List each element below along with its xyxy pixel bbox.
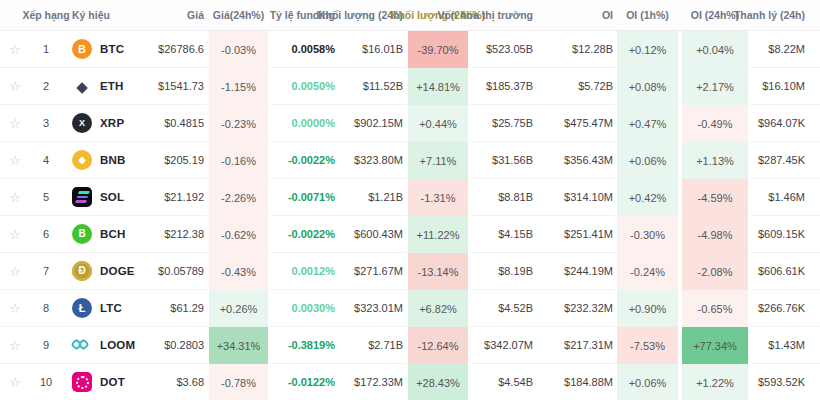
cell-volchg24h: +7.11% (406, 142, 470, 179)
cell-liq: $8.22M (750, 31, 820, 68)
cell-oi24h: +77.34% (680, 327, 750, 364)
mcap-value: $4.54B (498, 376, 533, 388)
cell-rank: 1 (30, 31, 62, 68)
vol24h-value: $16.01B (362, 43, 403, 55)
favorite-star-icon[interactable]: ☆ (9, 265, 21, 278)
liq-value: $16.10M (762, 80, 805, 92)
volchg24h-change-badge: -12.64% (408, 327, 468, 364)
cell-price: $212.38 (130, 216, 207, 253)
oi24h-change-badge: -4.59% (682, 179, 748, 216)
col-header-symbol[interactable]: Ký hiệu (62, 0, 130, 30)
cell-mcap: $25.75B (470, 105, 540, 142)
price-value: $0.05789 (158, 265, 204, 277)
col-header-mcap[interactable]: Vốn hóa thị trường (470, 0, 540, 30)
coin-symbol[interactable]: ETH (100, 80, 124, 92)
oi1h-change-badge: +0.06% (617, 142, 678, 179)
coin-symbol[interactable]: BTC (100, 43, 124, 55)
favorite-star-icon[interactable]: ☆ (9, 117, 21, 130)
cell-chg24h: -0.03% (207, 31, 270, 68)
cell-vol24h: $323.80M (342, 142, 406, 179)
table-row[interactable]: ☆2◆ETH$1541.73-1.15%0.0050%$11.52B+14.81… (0, 68, 820, 105)
cell-oi24h: -2.08% (680, 253, 750, 290)
coin-symbol[interactable]: XRP (100, 117, 124, 129)
btc-coin-icon: B (72, 39, 92, 59)
coin-symbol[interactable]: DOT (100, 376, 125, 388)
coin-symbol[interactable]: BCH (100, 228, 126, 240)
table-row[interactable]: ☆10DOT$3.68-0.78%-0.0122%$172.33M+28.43%… (0, 364, 820, 400)
col-header-oi1h[interactable]: OI (1h%) (615, 0, 680, 30)
cell-price: $205.19 (130, 142, 207, 179)
favorite-star-icon[interactable]: ☆ (9, 302, 21, 315)
oi-value: $12.28B (572, 43, 613, 55)
cell-rank: 9 (30, 327, 62, 364)
liq-value: $609.15K (758, 228, 805, 240)
vol24h-value: $1.21B (368, 191, 403, 203)
cell-oi: $184.88M (540, 364, 615, 400)
rank-value: 9 (43, 339, 49, 351)
cell-volchg24h: -1.31% (406, 179, 470, 216)
cell-rank: 6 (30, 216, 62, 253)
funding-rate-value: 0.0012% (292, 265, 335, 277)
favorite-star-icon[interactable]: ☆ (9, 43, 21, 56)
funding-rate-value: -0.0122% (288, 376, 335, 388)
cell-vol24h: $2.71B (342, 327, 406, 364)
oi24h-change-badge: +0.04% (682, 31, 748, 68)
table-row[interactable]: ☆3XXRP$0.4815-0.23%0.0000%$902.15M+0.44%… (0, 105, 820, 142)
oi24h-change-badge: -2.08% (682, 253, 748, 290)
chg24h-change-badge: -1.15% (209, 68, 268, 105)
cell-price: $0.05789 (130, 253, 207, 290)
col-header-price[interactable]: Giá (130, 0, 207, 30)
cell-symbol: ◆BNB (62, 142, 130, 179)
col-header-liq[interactable]: Thanh lý (24h) (750, 0, 820, 30)
funding-rate-value: -0.3819% (288, 339, 335, 351)
oi1h-change-badge: +0.47% (617, 105, 678, 142)
oi-value: $232.32M (564, 302, 613, 314)
cell-symbol: DOT (62, 364, 130, 400)
price-value: $21.192 (164, 191, 204, 203)
table-row[interactable]: ☆5SOL$21.192-2.26%-0.0071%$1.21B-1.31%$8… (0, 179, 820, 216)
cell-oi: $251.41M (540, 216, 615, 253)
rank-value: 3 (43, 117, 49, 129)
funding-rate-value: -0.0022% (288, 154, 335, 166)
liq-value: $1.46M (768, 191, 805, 203)
cell-symbol: LOOM (62, 327, 130, 364)
favorite-star-icon[interactable]: ☆ (9, 80, 21, 93)
mcap-value: $8.81B (498, 191, 533, 203)
col-header-chg24h[interactable]: Giá(24h%) (207, 0, 270, 30)
oi1h-change-badge: -0.24% (617, 253, 678, 290)
table-row[interactable]: ☆1BBTC$26786.6-0.03%0.0058%$16.01B-39.70… (0, 31, 820, 68)
cell-symbol: ŁLTC (62, 290, 130, 327)
table-row[interactable]: ☆7ÐDOGE$0.05789-0.43%0.0012%$271.67M-13.… (0, 253, 820, 290)
favorite-star-icon[interactable]: ☆ (9, 376, 21, 389)
table-row[interactable]: ☆6BBCH$212.38-0.62%-0.0022%$600.43M+11.2… (0, 216, 820, 253)
chg24h-change-badge: -0.43% (209, 253, 268, 290)
col-header-oi[interactable]: OI (540, 0, 615, 30)
cell-funding: 0.0000% (270, 105, 342, 142)
table-row[interactable]: ☆4◆BNB$205.19-0.16%-0.0022%$323.80M+7.11… (0, 142, 820, 179)
cell-funding: -0.0022% (270, 216, 342, 253)
cell-mcap: $31.56B (470, 142, 540, 179)
price-value: $1541.73 (158, 80, 204, 92)
cell-oi1h: +0.08% (615, 68, 680, 105)
liq-value: $593.52K (758, 376, 805, 388)
oi-value: $5.72B (578, 80, 613, 92)
table-row[interactable]: ☆9LOOM$0.2803+34.31%-0.3819%$2.71B-12.64… (0, 327, 820, 364)
favorite-star-icon[interactable]: ☆ (9, 339, 21, 352)
col-header-rank[interactable]: Xếp hạng (30, 0, 62, 30)
bnb-coin-icon: ◆ (72, 150, 92, 170)
cell-oi1h: -0.24% (615, 253, 680, 290)
table-row[interactable]: ☆8ŁLTC$61.29+0.26%0.0030%$323.01M+6.82%$… (0, 290, 820, 327)
oi1h-change-badge: +0.08% (617, 68, 678, 105)
volchg24h-change-badge: +11.22% (408, 216, 468, 253)
cell-funding: -0.3819% (270, 327, 342, 364)
coin-symbol[interactable]: SOL (100, 191, 124, 203)
coin-symbol[interactable]: LTC (100, 302, 122, 314)
volchg24h-change-badge: +28.43% (408, 364, 468, 400)
favorite-star-icon[interactable]: ☆ (9, 154, 21, 167)
cell-oi: $356.43M (540, 142, 615, 179)
favorite-star-icon[interactable]: ☆ (9, 228, 21, 241)
coin-symbol[interactable]: BNB (100, 154, 126, 166)
cell-chg24h: +0.26% (207, 290, 270, 327)
favorite-star-icon[interactable]: ☆ (9, 191, 21, 204)
cell-liq: $609.15K (750, 216, 820, 253)
